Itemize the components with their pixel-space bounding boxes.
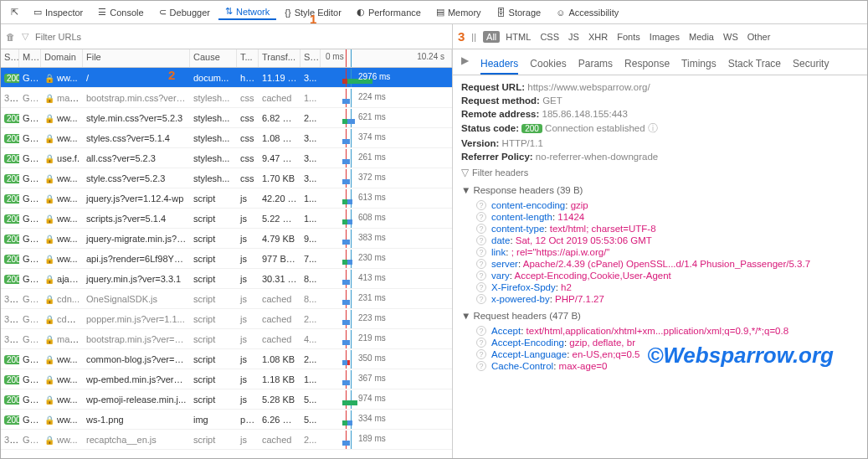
request-row[interactable]: 200GET🔒 ajax...jquery.min.js?ver=3.3.1sc… — [1, 269, 452, 289]
filter-icon: ▽ — [22, 31, 28, 42]
tool-network[interactable]: ⇅Network — [218, 4, 276, 20]
request-row[interactable]: 200GET🔒 ww...style.min.css?ver=5.2.3styl… — [1, 108, 452, 128]
info-icon[interactable]: ⓘ — [648, 123, 658, 133]
help-icon[interactable]: ? — [476, 271, 486, 281]
request-row[interactable]: 304GET🔒 maxc.bootstrap.min.css?ver=...st… — [1, 88, 452, 108]
annotation-2: 2 — [168, 68, 175, 82]
tool-accessibility[interactable]: ☺Accessibility — [549, 6, 625, 19]
header-item: ?date: Sat, 12 Oct 2019 05:53:06 GMT — [476, 235, 859, 245]
toggle-raw-icon[interactable]: ▶ — [461, 54, 469, 75]
request-headers-section[interactable]: ▼ Request headers (477 B) — [461, 311, 859, 321]
col-type[interactable]: T... — [237, 49, 259, 67]
filter-type-other[interactable]: Other — [744, 31, 774, 43]
help-icon[interactable]: ? — [476, 235, 486, 245]
request-row[interactable]: 200GET🔒 ww...jquery-migrate.min.js?v...s… — [1, 229, 452, 249]
header-item: ?content-length: 11424 — [476, 212, 859, 222]
filter-headers-input[interactable] — [472, 168, 859, 178]
filter-type-xhr[interactable]: XHR — [585, 31, 611, 43]
help-icon[interactable]: ? — [476, 247, 486, 257]
tab-headers[interactable]: Headers — [480, 54, 518, 75]
col-timeline[interactable]: 0 ms10.24 s — [321, 49, 452, 67]
request-row[interactable]: 200GET🔒 ww...wp-emoji-release.min.j...sc… — [1, 389, 452, 410]
request-row[interactable]: 304GET🔒 maxc.bootstrap.min.js?ver=4...sc… — [1, 329, 452, 349]
pick-icon: ⇱ — [11, 7, 18, 18]
mem-icon: ▤ — [436, 7, 444, 18]
header-item: ?server: Apache/2.4.39 (cPanel) OpenSSL.… — [476, 259, 859, 269]
perf-icon: ◐ — [357, 7, 365, 18]
annotation-1: 1 — [310, 12, 316, 26]
filter-type-images[interactable]: Images — [646, 31, 683, 43]
help-icon[interactable]: ? — [476, 282, 486, 292]
tab-params[interactable]: Params — [578, 54, 613, 75]
request-row[interactable]: 200GET🔒 ww...wp-embed.min.js?ver=...scri… — [1, 369, 452, 389]
request-row[interactable]: 200GET🔒 ww...jquery.js?ver=1.12.4-wpscri… — [1, 188, 452, 209]
help-icon[interactable]: ? — [476, 224, 486, 234]
filter-type-css[interactable]: CSS — [537, 31, 562, 43]
tool-storage[interactable]: 🗄Storage — [490, 6, 548, 19]
help-icon[interactable]: ? — [476, 200, 486, 210]
request-row[interactable]: 200GET🔒 ww...style.css?ver=5.2.3stylesh.… — [1, 168, 452, 188]
request-row[interactable]: 200GET🔒 ww...styles.css?ver=5.1.4stylesh… — [1, 128, 452, 148]
filter-icon: ▽ — [461, 167, 469, 178]
col-domain[interactable]: Domain — [41, 49, 83, 67]
filter-type-ws[interactable]: WS — [720, 31, 742, 43]
request-row[interactable]: 304GET🔒 ww...recaptcha__en.jsscriptjscac… — [1, 430, 452, 450]
col-status[interactable]: S... — [1, 49, 19, 67]
tab-stack-trace[interactable]: Stack Trace — [728, 54, 781, 75]
col-cause[interactable]: Cause — [190, 49, 237, 67]
request-row[interactable]: 200GET🔒 use.f.all.css?ver=5.2.3stylesh..… — [1, 148, 452, 168]
request-row[interactable]: 304GET🔒 cdnj...popper.min.js?ver=1.1...s… — [1, 309, 452, 329]
request-list: 2 200GET🔒 ww.../docum...ht...11.19 KB3..… — [1, 68, 452, 458]
request-row[interactable]: 200GET🔒 ww.../docum...ht...11.19 KB3...2… — [1, 68, 452, 88]
header-item: ?content-encoding: gzip — [476, 200, 859, 210]
header-item: ?Accept: text/html,application/xhtml+xm.… — [476, 326, 859, 336]
tab-timings[interactable]: Timings — [681, 54, 716, 75]
filter-type-media[interactable]: Media — [686, 31, 717, 43]
filter-type-html[interactable]: HTML — [502, 31, 534, 43]
tab-security[interactable]: Security — [793, 54, 829, 75]
help-icon[interactable]: ? — [476, 212, 486, 222]
filter-type-all[interactable]: All — [483, 31, 500, 43]
network-panel: 🗑 ▽ S... Met Domain File Cause T... Tran… — [1, 24, 453, 458]
col-file[interactable]: File — [83, 49, 190, 67]
col-method[interactable]: Met — [19, 49, 41, 67]
tool-console[interactable]: ☰Console — [91, 5, 150, 19]
console-icon: ☰ — [98, 7, 106, 18]
help-icon[interactable]: ? — [476, 259, 486, 269]
header-item: ?x-powered-by: PHP/7.1.27 — [476, 294, 859, 304]
tool-memory[interactable]: ▤Memory — [429, 5, 488, 19]
box-icon: ▭ — [33, 7, 42, 18]
pause-icon[interactable]: || — [471, 32, 476, 42]
tab-response[interactable]: Response — [624, 54, 670, 75]
help-icon[interactable]: ? — [476, 338, 486, 348]
col-transferred[interactable]: Transf... — [259, 49, 300, 67]
devtools-toolbar: ⇱▭Inspector☰Console⊂Debugger⇅Network{}St… — [1, 1, 867, 24]
filter-type-js[interactable]: JS — [565, 31, 583, 43]
tab-cookies[interactable]: Cookies — [530, 54, 566, 75]
request-row[interactable]: 200GET🔒 ww...common-blog.js?ver=1.0scrip… — [1, 349, 452, 369]
filter-urls-input[interactable] — [35, 32, 447, 42]
tool-picker[interactable]: ⇱ — [4, 5, 25, 19]
request-row[interactable]: 200GET🔒 ww...api.js?render=6Lf98YU...scr… — [1, 249, 452, 269]
net-icon: ⇅ — [225, 6, 233, 17]
clear-button[interactable]: 🗑 — [6, 32, 15, 42]
response-headers-section[interactable]: ▼ Response headers (39 B) — [461, 185, 859, 195]
tool-debugger[interactable]: ⊂Debugger — [152, 5, 217, 19]
request-row[interactable]: 304GET🔒 cdn...OneSignalSDK.jsscriptjscac… — [1, 289, 452, 309]
header-item: ?X-Firefox-Spdy: h2 — [476, 282, 859, 292]
request-row[interactable]: 200GET🔒 ww...scripts.js?ver=5.1.4scriptj… — [1, 209, 452, 229]
help-icon[interactable]: ? — [476, 326, 486, 336]
request-row[interactable]: 200GET🔒 ww...ws-1.pngimgpng6.26 KB ...5.… — [1, 410, 452, 430]
filter-type-fonts[interactable]: Fonts — [614, 31, 644, 43]
details-panel: 3 || All HTML CSS JS XHR Fonts Images Me… — [453, 24, 867, 458]
table-header: S... Met Domain File Cause T... Transf..… — [1, 49, 452, 68]
help-icon[interactable]: ? — [476, 294, 486, 304]
tool-performance[interactable]: ◐Performance — [350, 5, 428, 19]
help-icon[interactable]: ? — [476, 349, 486, 359]
acc-icon: ☺ — [556, 8, 565, 18]
details-tabs: ▶ HeadersCookiesParamsResponseTimingsSta… — [453, 49, 867, 75]
help-icon[interactable]: ? — [476, 361, 486, 371]
tool-inspector[interactable]: ▭Inspector — [27, 5, 90, 19]
col-size[interactable]: S... — [300, 49, 321, 67]
header-item: ?content-type: text/html; charset=UTF-8 — [476, 224, 859, 234]
